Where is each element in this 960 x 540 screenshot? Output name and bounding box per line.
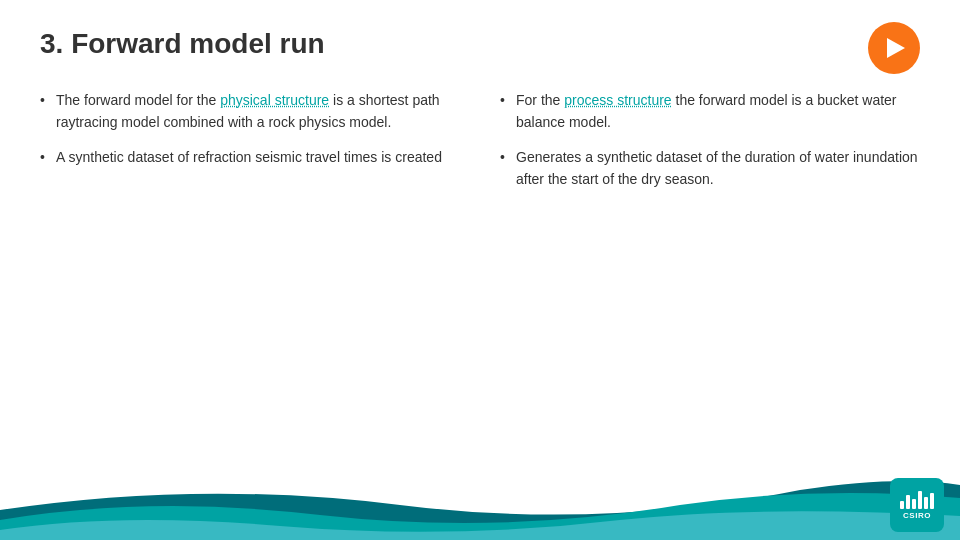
right-bullet-1: For the process structure the forward mo… (500, 90, 920, 133)
bar-3 (912, 499, 916, 509)
left-column: The forward model for the physical struc… (40, 90, 460, 205)
bar-5 (924, 497, 928, 509)
bar-6 (930, 493, 934, 509)
content-area: The forward model for the physical struc… (0, 80, 960, 205)
play-button[interactable] (868, 22, 920, 74)
csiro-logo-inner: CSIRO (900, 491, 934, 520)
slide: 3. Forward model run The forward model f… (0, 0, 960, 540)
bar-2 (906, 495, 910, 509)
bar-1 (900, 501, 904, 509)
bottom-decoration (0, 470, 960, 540)
right-bullet-list: For the process structure the forward mo… (500, 90, 920, 191)
process-structure-highlight: process structure (564, 92, 671, 108)
left-bullet-list: The forward model for the physical struc… (40, 90, 460, 169)
csiro-bars (900, 491, 934, 509)
right-column: For the process structure the forward mo… (500, 90, 920, 205)
bar-4 (918, 491, 922, 509)
csiro-text: CSIRO (903, 511, 931, 520)
right-bullet-2: Generates a synthetic dataset of the dur… (500, 147, 920, 190)
left-bullet-2: A synthetic dataset of refraction seismi… (40, 147, 460, 169)
csiro-logo: CSIRO (890, 478, 944, 532)
physical-structure-highlight: physical structure (220, 92, 329, 108)
left-bullet-1: The forward model for the physical struc… (40, 90, 460, 133)
slide-title: 3. Forward model run (0, 0, 960, 80)
